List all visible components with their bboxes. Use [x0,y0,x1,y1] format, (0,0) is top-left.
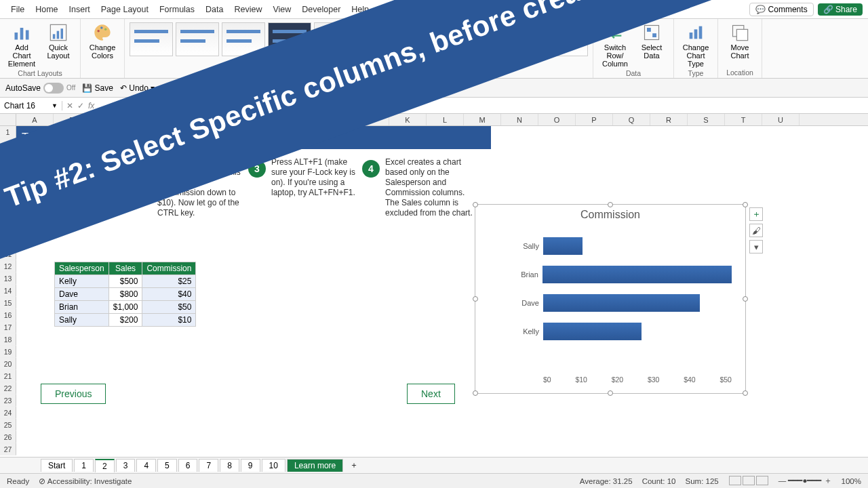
column-header[interactable]: H [277,114,315,125]
column-header[interactable]: C [91,114,128,125]
row-header[interactable]: 15 [0,297,16,309]
sheet-tab[interactable]: 9 [241,459,260,472]
column-header[interactable]: T [725,114,762,125]
next-button[interactable]: Next [407,384,455,404]
chart-style-3[interactable] [222,22,265,56]
sheet-tab[interactable]: 3 [116,459,136,472]
chart-style-1[interactable] [130,22,173,56]
column-header[interactable]: U [762,114,800,125]
column-header[interactable]: F [203,114,240,125]
tab-view[interactable]: View [267,0,296,19]
column-header[interactable]: N [501,114,538,125]
tab-insert[interactable]: Insert [64,0,96,19]
quick-layout-button[interactable]: Quick Layout [41,22,76,61]
row-header[interactable]: 16 [0,309,16,321]
row-header[interactable]: 4 [0,163,16,175]
change-colors-button[interactable]: Change Colors [85,22,120,61]
row-header[interactable]: 26 [0,431,16,443]
row-header[interactable]: 5 [0,175,16,187]
sheet-tab[interactable]: 2 [95,459,115,472]
chart-style-10[interactable] [545,22,588,56]
enter-icon[interactable]: ✓ [77,101,84,110]
sheet-tab[interactable]: 10 [262,459,285,472]
sheet-tab[interactable]: 4 [136,459,156,472]
change-chart-type-button[interactable]: Change Chart Type [678,22,713,69]
row-header[interactable]: 17 [0,321,16,333]
row-header[interactable]: 25 [0,419,16,431]
save-button[interactable]: 💾 Save [82,83,113,93]
row-header[interactable]: 22 [0,382,16,394]
select-data-button[interactable]: Select Data [634,22,669,61]
column-header[interactable]: J [352,114,389,125]
embedded-chart[interactable]: Commission SallyBrianDaveKelly $0$10$20$… [475,204,746,394]
column-header[interactable]: Q [613,114,650,125]
row-header[interactable]: 14 [0,285,16,297]
column-header[interactable]: G [240,114,277,125]
column-header[interactable]: A [16,114,54,125]
row-header[interactable]: 11 [0,248,16,260]
chart-filters-button[interactable]: ▾ [749,240,763,253]
formula-input[interactable] [98,100,868,110]
share-button[interactable]: 🔗 Share [818,3,863,16]
name-box[interactable]: Chart 16▼ [0,101,62,110]
column-header[interactable]: E [165,114,203,125]
tab-file[interactable]: File [5,0,30,19]
row-header[interactable]: 7 [0,199,16,211]
row-header[interactable]: 10 [0,236,16,248]
chart-style-7[interactable] [406,22,450,56]
cancel-icon[interactable]: ✕ [66,101,73,110]
zoom-level[interactable]: 100% [842,477,861,485]
tab-chart-design[interactable]: Chart Design [431,0,494,19]
autosave-toggle[interactable]: AutoSave Off [5,83,75,94]
row-header[interactable]: 21 [0,370,16,382]
column-header[interactable]: M [464,114,501,125]
tab-help[interactable]: Help [346,0,374,19]
sheet-tab[interactable]: 6 [178,459,198,472]
column-header[interactable]: I [315,114,352,125]
switch-row-column-button[interactable]: Switch Row/ Column [597,22,633,69]
comments-button[interactable]: 💬 Comments [749,3,813,16]
row-header[interactable]: 13 [0,272,16,285]
chart-styles-button[interactable]: 🖌 [749,224,763,237]
chart-styles-gallery[interactable] [129,22,589,57]
column-header[interactable]: L [427,114,464,125]
row-header[interactable]: 27 [0,443,16,455]
row-header[interactable]: 19 [0,346,16,358]
add-sheet-button[interactable]: ＋ [344,460,363,471]
row-header[interactable]: 9 [0,224,16,236]
row-header[interactable]: 23 [0,394,16,407]
chart-style-5[interactable] [314,22,357,56]
sheet-tab[interactable]: 5 [157,459,177,472]
chart-style-4[interactable] [268,22,311,56]
worksheet[interactable]: 1234567891011121314151617181920212223242… [0,126,868,457]
zoom-slider[interactable]: — ━━━●━━━ ＋ [778,476,832,486]
row-header[interactable]: 6 [0,187,16,199]
add-chart-element-button[interactable]: Add Chart Element [4,22,39,69]
tab-formulas[interactable]: Formulas [154,0,200,19]
chart-elements-button[interactable]: ＋ [749,207,763,221]
column-header[interactable]: B [54,114,91,125]
tab-developer[interactable]: Developer [296,0,346,19]
tab-data[interactable]: Data [200,0,229,19]
row-header[interactable]: 20 [0,358,16,370]
tab-home[interactable]: Home [30,0,63,19]
row-header[interactable]: 8 [0,211,16,224]
row-header[interactable]: 18 [0,333,16,346]
chart-style-9[interactable] [498,22,542,56]
move-chart-button[interactable]: Move Chart [722,22,757,61]
row-header[interactable]: 12 [0,260,16,272]
accessibility-status[interactable]: ⊘ Accessibility: Investigate [39,476,132,486]
tab-page-layout[interactable]: Page Layout [96,0,154,19]
row-header[interactable]: 1 [0,126,16,138]
fx-icon[interactable]: fx [88,101,94,110]
sheet-tab[interactable]: Start [41,459,73,472]
column-header[interactable]: D [128,114,165,125]
chart-style-6[interactable] [360,22,403,56]
sheet-tab[interactable]: 8 [220,459,239,472]
row-header[interactable]: 24 [0,407,16,419]
sheet-tab[interactable]: Learn more [287,459,343,472]
tab-review[interactable]: Review [229,0,267,19]
row-header[interactable]: 2 [0,138,16,150]
column-header[interactable]: O [538,114,576,125]
column-header[interactable]: K [389,114,427,125]
